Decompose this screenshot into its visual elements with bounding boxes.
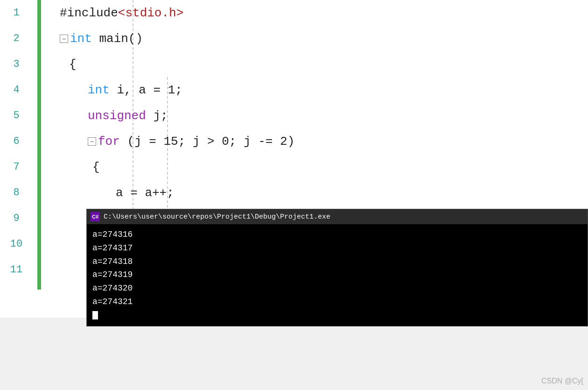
line-number-1: 1 bbox=[0, 0, 37, 26]
code-line-5-text: unsigned j; bbox=[88, 109, 168, 123]
code-line-5: unsigned j; bbox=[46, 103, 588, 128]
console-output-6: a=274321 bbox=[92, 295, 582, 309]
console-output-3: a=274318 bbox=[92, 255, 582, 269]
console-cursor bbox=[92, 311, 98, 319]
line-number-8: 8 bbox=[0, 180, 37, 206]
code-line-8: a = a++; bbox=[46, 180, 588, 206]
console-cursor-line bbox=[92, 309, 582, 322]
console-titlebar: C# C:\Users\user\source\repos\Project1\D… bbox=[87, 209, 588, 224]
code-content: #include<stdio.h> − int main() { int i, … bbox=[41, 0, 588, 210]
code-line-7-text: { bbox=[92, 160, 100, 174]
code-line-6: − for (j = 15; j > 0; j -= 2) bbox=[46, 128, 588, 154]
watermark: CSDN @Cy[ bbox=[541, 377, 583, 385]
line-number-9: 9 bbox=[0, 206, 37, 231]
code-line-2-text: int main() bbox=[70, 32, 143, 46]
code-area: 1 2 3 4 5 6 7 8 #include<stdio.h> − bbox=[0, 0, 588, 210]
console-title: C:\Users\user\source\repos\Project1\Debu… bbox=[104, 213, 330, 221]
code-line-7: { bbox=[46, 154, 588, 180]
code-line-1-text: #include<stdio.h> bbox=[60, 6, 183, 20]
line-number-3: 3 bbox=[0, 51, 37, 77]
console-body: a=274316 a=274317 a=274318 a=274319 a=27… bbox=[87, 224, 588, 326]
line-number-7: 7 bbox=[0, 154, 37, 180]
code-line-3-text: { bbox=[69, 57, 77, 71]
bottom-area bbox=[0, 318, 588, 390]
line-number-4: 4 bbox=[0, 77, 37, 103]
code-line-4: int i, a = 1; bbox=[46, 77, 588, 103]
line-numbers-bottom: 9 10 11 bbox=[0, 206, 37, 283]
line-number-11: 11 bbox=[0, 257, 37, 283]
code-line-4-text: int i, a = 1; bbox=[88, 83, 182, 97]
fold-button-main[interactable]: − bbox=[60, 35, 68, 43]
console-output-4: a=274319 bbox=[92, 268, 582, 282]
code-line-1: #include<stdio.h> bbox=[46, 0, 588, 26]
console-overlay: C# C:\Users\user\source\repos\Project1\D… bbox=[86, 209, 588, 326]
code-line-3: { bbox=[46, 51, 588, 77]
line-number-5: 5 bbox=[0, 103, 37, 128]
line-number-10: 10 bbox=[0, 231, 37, 257]
fold-button-for[interactable]: − bbox=[88, 137, 96, 146]
green-bar-bottom bbox=[37, 206, 41, 290]
line-number-6: 6 bbox=[0, 128, 37, 154]
code-line-2: − int main() bbox=[46, 26, 588, 51]
console-output-1: a=274316 bbox=[92, 228, 582, 241]
line-number-2: 2 bbox=[0, 26, 37, 51]
console-output-2: a=274317 bbox=[92, 241, 582, 255]
line-numbers: 1 2 3 4 5 6 7 8 bbox=[0, 0, 37, 210]
green-bar bbox=[37, 0, 41, 210]
code-line-8-text: a = a++; bbox=[116, 186, 174, 200]
console-output-5: a=274320 bbox=[92, 282, 582, 295]
console-icon: C# bbox=[91, 212, 100, 221]
code-line-6-text: for (j = 15; j > 0; j -= 2) bbox=[98, 135, 294, 149]
editor-container: 1 2 3 4 5 6 7 8 #include<stdio.h> − bbox=[0, 0, 588, 390]
